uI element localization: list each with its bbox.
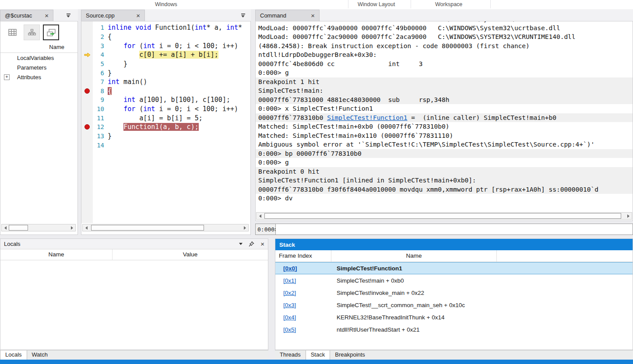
frame-index-link[interactable]: [0x2] (275, 290, 331, 296)
close-icon[interactable]: × (136, 12, 140, 19)
source-gutter-cell[interactable] (81, 68, 93, 77)
source-gutter-cell[interactable] (81, 140, 93, 150)
source-gutter-cell[interactable] (81, 86, 93, 95)
source-gutter-cell[interactable] (81, 23, 93, 32)
ribbon-separator (411, 0, 411, 8)
frame-name: KERNEL32!BaseThreadInitThunk + 0x14 (331, 314, 445, 321)
command-input[interactable] (276, 224, 633, 234)
stack-frame-row[interactable]: [0x3]SimpleCTest!__scrt_common_main_seh … (275, 299, 633, 311)
sync-windows-button[interactable] (43, 24, 59, 40)
stack-column-frame-index[interactable]: Frame Index (275, 250, 331, 262)
line-number: 3 (93, 42, 108, 49)
tree-item[interactable]: Parameters (0, 63, 77, 72)
close-icon[interactable]: × (45, 12, 49, 19)
command-output-row: ntdll!LdrpDoDebuggerBreak+0x30: (256, 50, 633, 60)
command-pane: ModLoad: 00007ffc`498d0000 00007ffc`49b5… (255, 21, 633, 221)
tree-horizontal-scrollbar[interactable] (1, 224, 76, 231)
locals-column-value[interactable]: Value (113, 249, 268, 260)
source-gutter-cell[interactable] (81, 41, 93, 50)
scroll-right-icon[interactable] (68, 224, 75, 231)
source-code-lines: 1inline void Function1(int* a, int*2{3 f… (81, 23, 250, 150)
scroll-left-icon[interactable] (2, 224, 9, 231)
command-output-row: Breakpoint 1 hit (256, 77, 633, 87)
source-gutter-cell[interactable] (81, 105, 93, 114)
command-output-row: SimpleCTest!main: (256, 86, 633, 95)
frame-name: SimpleCTest!main + 0xb0 (331, 277, 404, 284)
source-gutter-cell[interactable] (81, 50, 93, 60)
ribbon-group-windows[interactable]: Windows (155, 1, 177, 7)
scroll-thumb[interactable] (91, 225, 204, 231)
stack-frame-row[interactable]: [0x5]ntdll!RtlUserThreadStart + 0x21 (275, 323, 633, 336)
ribbon-group-window-layout[interactable]: Window Layout (358, 1, 395, 7)
tab-threads[interactable]: Threads (275, 350, 306, 360)
tree-item[interactable]: LocalVariables (0, 53, 77, 63)
ribbon-group-workspace[interactable]: Workspace (435, 1, 462, 7)
tree-tab-menu-icon[interactable] (64, 12, 73, 19)
pin-icon[interactable] (249, 241, 254, 247)
tab-curstack-label: @$curstac (5, 12, 41, 19)
frame-index-link[interactable]: [0x5] (275, 326, 331, 333)
scroll-left-icon[interactable] (83, 224, 90, 231)
breakpoint-icon[interactable] (84, 88, 90, 94)
source-horizontal-scrollbar[interactable] (82, 224, 249, 231)
frame-index-link[interactable]: [0x0] (275, 265, 331, 272)
source-gutter-cell[interactable] (81, 32, 93, 42)
source-gutter-cell[interactable] (81, 60, 93, 69)
tab-locals[interactable]: Locals (0, 350, 27, 360)
line-number: 14 (93, 142, 108, 149)
tab-breakpoints[interactable]: Breakpoints (330, 350, 370, 360)
stack-frame-row[interactable]: [0x0]SimpleCTest!Function1 (275, 262, 633, 274)
tab-stack[interactable]: Stack (306, 350, 331, 360)
close-icon[interactable]: × (311, 12, 315, 19)
command-output-row: 0:000> g (256, 68, 633, 77)
frame-name: SimpleCTest!Function1 (331, 265, 402, 272)
tree-item[interactable]: +Attributes (0, 72, 77, 82)
frame-name: SimpleCTest!__scrt_common_main_seh + 0x1… (331, 302, 465, 308)
source-tab-menu-icon[interactable] (239, 12, 247, 19)
source-gutter-cell[interactable] (81, 113, 93, 122)
tree-items: LocalVariablesParameters+Attributes (0, 53, 77, 82)
stack-frame-row[interactable]: [0x1]SimpleCTest!main + 0xb0 (275, 274, 633, 287)
scroll-thumb[interactable] (264, 213, 621, 219)
line-number: 1 (93, 24, 108, 31)
command-horizontal-scrollbar[interactable] (256, 212, 632, 220)
scroll-right-icon[interactable] (625, 213, 632, 219)
line-number: 2 (93, 33, 108, 40)
source-line: 11 a[i] = b[i] = 5; (81, 113, 250, 122)
tab-command[interactable]: Command × (255, 10, 320, 21)
tree-view-button[interactable] (24, 24, 40, 40)
stack-frame-row[interactable]: [0x2]SimpleCTest!invoke_main + 0x22 (275, 287, 633, 299)
stack-rows: [0x0]SimpleCTest!Function1[0x1]SimpleCTe… (275, 262, 633, 336)
tab-curstack[interactable]: @$curstac × (0, 10, 53, 21)
source-gutter-cell[interactable] (81, 122, 93, 132)
source-gutter-cell[interactable] (81, 132, 93, 141)
locals-column-name[interactable]: Name (0, 249, 113, 260)
tab-source-cpp[interactable]: Source.cpp × (81, 10, 145, 21)
source-gutter-cell[interactable] (81, 95, 93, 105)
stack-frame-row[interactable]: [0x4]KERNEL32!BaseThreadInitThunk + 0x14 (275, 311, 633, 323)
command-output-row: 00007ff6`778310b0 SimpleCTest!Function1 … (256, 113, 633, 122)
tab-watch[interactable]: Watch (27, 350, 53, 360)
command-output-row: 00007ff6`77831000 4881ec48030000 sub rsp… (256, 95, 633, 105)
scroll-thumb[interactable] (9, 225, 28, 231)
source-text: for (int i = 0; i < 100; i++) (108, 42, 238, 50)
watch-tree-pane: Name LocalVariablesParameters+Attributes (0, 21, 78, 235)
scroll-left-icon[interactable] (257, 213, 264, 219)
stack-column-name[interactable]: Name (331, 250, 497, 262)
source-line: 2{ (81, 32, 250, 42)
tree-column-header-name[interactable]: Name (0, 42, 77, 53)
locals-column-headers: Name Value (0, 249, 268, 260)
scroll-right-icon[interactable] (241, 224, 248, 231)
expand-icon[interactable]: + (4, 74, 10, 80)
frame-index-link[interactable]: [0x1] (275, 277, 331, 284)
command-symbol-link[interactable]: SimpleCTest!Function1 (327, 114, 407, 121)
chevron-down-icon[interactable] (239, 243, 243, 245)
frame-index-link[interactable]: [0x4] (275, 314, 331, 321)
close-icon[interactable]: × (260, 241, 264, 247)
breakpoint-icon[interactable] (84, 124, 90, 130)
grid-view-button[interactable] (4, 24, 21, 40)
frame-index-link[interactable]: [0x3] (275, 302, 331, 308)
command-output-row: 0:000> dv (256, 194, 633, 203)
source-gutter-cell[interactable] (81, 77, 93, 87)
frame-name: ntdll!RtlUserThreadStart + 0x21 (331, 326, 419, 333)
